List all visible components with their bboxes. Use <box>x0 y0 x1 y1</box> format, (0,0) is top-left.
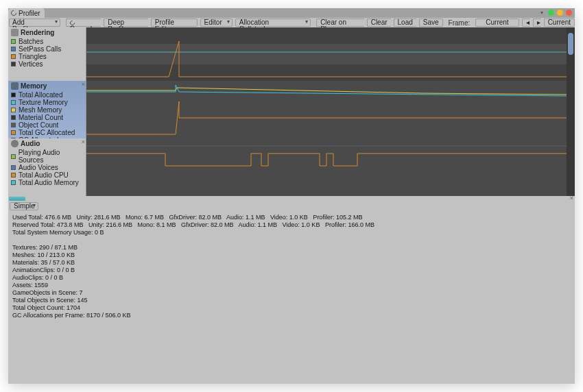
toolbar: Add Profiler Record Deep Profile Profile… <box>8 18 575 27</box>
legend-item[interactable]: Texture Memory <box>11 99 83 106</box>
load-button[interactable]: Load <box>394 19 416 27</box>
profile-editor-button[interactable]: Profile Editor <box>151 19 198 27</box>
detail-line: AnimationClips: 0 / 0 B <box>12 267 571 274</box>
save-button[interactable]: Save <box>419 19 443 27</box>
detail-line: Materials: 35 / 57.0 KB <box>12 259 571 267</box>
detail-line: Total System Memory Usage: 0 B <box>12 229 571 236</box>
legend-item[interactable]: Vertices <box>11 60 83 68</box>
detail-line: Textures: 290 / 87.1 MB <box>12 244 571 252</box>
detail-mode-dropdown[interactable]: Simple <box>10 202 38 210</box>
audio-sidebar[interactable]: × Audio Playing Audio Sources Audio Voic… <box>8 138 86 196</box>
chart-scrollbar[interactable] <box>567 138 575 196</box>
maximize-button[interactable] <box>557 10 563 16</box>
rendering-header: Rendering <box>11 29 83 36</box>
legend-item[interactable]: Playing Audio Sources <box>11 149 83 164</box>
memory-sidebar[interactable]: × Memory Total Allocated Texture Memory … <box>8 81 86 138</box>
chart-scrollbar[interactable] <box>567 27 575 81</box>
rendering-chart[interactable] <box>86 27 567 81</box>
clear-on-play-button[interactable]: Clear on Play <box>316 19 364 27</box>
audio-icon <box>11 140 19 147</box>
memory-icon <box>11 82 19 90</box>
detail-line: GameObjects in Scene: 7 <box>12 289 571 297</box>
legend-item[interactable]: Total Audio CPU <box>11 171 83 179</box>
module-audio: × Audio Playing Audio Sources Audio Voic… <box>8 138 575 196</box>
detail-line: Meshes: 10 / 213.0 KB <box>12 252 571 259</box>
clear-button[interactable]: Clear <box>367 19 391 27</box>
rendering-sidebar[interactable]: Rendering Batches SetPass Calls Triangle… <box>8 27 86 81</box>
detail-line: AudioClips: 0 / 0 B <box>12 274 571 282</box>
deep-profile-button[interactable]: Deep Profile <box>104 19 148 27</box>
profiler-window: Profiler ▾ Add Profiler Record Deep Prof… <box>8 8 575 384</box>
detail-line: Assets: 1559 <box>12 282 571 289</box>
detail-toolbar: Simple <box>8 201 575 211</box>
detail-line: Used Total: 476.6 MB Unity: 281.6 MB Mon… <box>12 214 571 221</box>
close-icon[interactable]: × <box>82 138 85 145</box>
detail-line: Total Objects in Scene: 145 <box>12 297 571 304</box>
legend-item[interactable]: Triangles <box>11 53 83 60</box>
audio-header: Audio <box>11 140 83 147</box>
splitter[interactable]: × <box>8 196 575 201</box>
detail-line: Reserved Total: 473.8 MB Unity: 216.6 MB… <box>12 221 571 229</box>
memory-header: Memory <box>11 82 83 90</box>
splitter-handle[interactable] <box>9 197 25 201</box>
profiler-icon <box>10 9 17 16</box>
legend-item[interactable]: Total Audio Memory <box>11 179 83 186</box>
frame-prev-button[interactable]: ◂ <box>522 19 530 27</box>
add-profiler-dropdown[interactable]: Add Profiler <box>9 19 60 27</box>
tab-profiler[interactable]: Profiler <box>8 8 45 18</box>
detail-line: GC Allocations per Frame: 8170 / 506.0 K… <box>12 312 571 319</box>
svg-rect-4 <box>86 145 567 147</box>
legend-item[interactable]: Total Allocated <box>11 91 83 99</box>
legend-item[interactable]: Mesh Memory <box>11 106 83 114</box>
window-menu-icon[interactable]: ▾ <box>538 10 545 16</box>
close-icon[interactable]: × <box>82 81 85 88</box>
legend-item[interactable]: SetPass Calls <box>11 45 83 53</box>
legend-item[interactable]: Object Count <box>11 121 83 129</box>
close-button[interactable] <box>566 10 572 16</box>
frame-value: Current <box>475 19 519 27</box>
close-icon[interactable]: × <box>570 195 573 201</box>
legend-item[interactable]: Material Count <box>11 114 83 121</box>
svg-rect-3 <box>86 138 567 196</box>
svg-rect-1 <box>86 44 567 64</box>
chart-scrollbar[interactable] <box>567 81 575 138</box>
frame-label: Frame: <box>449 19 471 27</box>
frame-next-button[interactable]: ▸ <box>533 19 541 27</box>
chart-area: Rendering Batches SetPass Calls Triangle… <box>8 27 575 196</box>
module-memory: × Memory Total Allocated Texture Memory … <box>8 81 575 138</box>
allocation-callstacks-dropdown[interactable]: Allocation Callstacks <box>235 19 311 27</box>
legend-item[interactable]: Batches <box>11 38 83 45</box>
rendering-icon <box>11 29 19 36</box>
tab-label: Profiler <box>19 10 40 17</box>
svg-rect-2 <box>86 81 567 138</box>
window-buttons: ▾ <box>538 10 572 16</box>
detail-line: Total Object Count: 1704 <box>12 304 571 312</box>
editor-dropdown[interactable]: Editor <box>200 19 233 27</box>
legend-item[interactable]: Total GC Allocated <box>11 129 83 136</box>
window-tabbar: Profiler ▾ <box>8 8 575 18</box>
record-button[interactable]: Record <box>66 19 101 27</box>
audio-chart[interactable] <box>86 138 567 196</box>
frame-current-button[interactable]: Current <box>544 19 575 27</box>
legend-item[interactable]: Audio Voices <box>11 164 83 171</box>
detail-line <box>12 236 571 244</box>
scrollbar-thumb[interactable] <box>568 33 573 55</box>
memory-chart[interactable] <box>86 81 567 138</box>
minimize-button[interactable] <box>548 10 554 16</box>
module-rendering: Rendering Batches SetPass Calls Triangle… <box>8 27 575 81</box>
detail-panel: Used Total: 476.6 MB Unity: 281.6 MB Mon… <box>8 211 575 384</box>
